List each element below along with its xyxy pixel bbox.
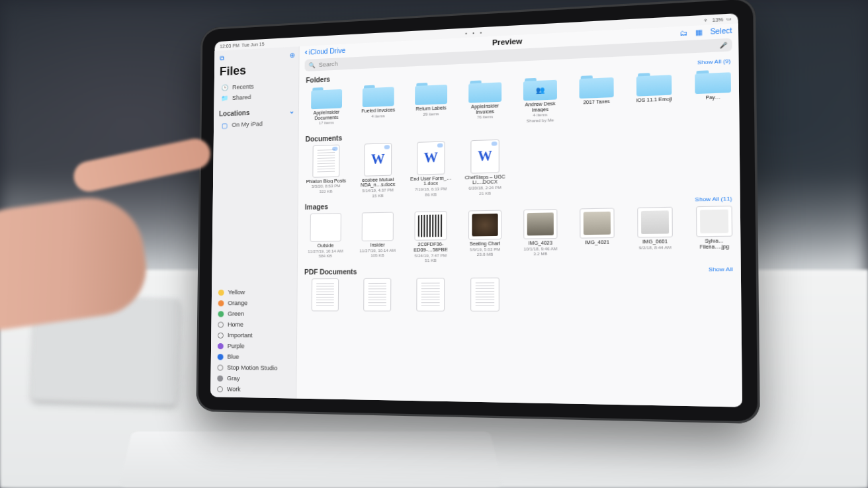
tag-circle-icon	[218, 321, 224, 327]
tag-label: Work	[227, 386, 241, 393]
tag-item[interactable]: Orange	[217, 298, 293, 308]
folder-item[interactable]: iOS 11.1 Emoji	[630, 70, 678, 120]
tag-item[interactable]: Work	[216, 384, 292, 395]
tag-circle-icon	[217, 364, 223, 370]
image-item[interactable]: IMG_06019/2/18, 8:44 AM	[631, 207, 679, 262]
tag-item[interactable]: Gray	[216, 373, 292, 385]
tag-item[interactable]: Purple	[216, 341, 292, 352]
folder-name: Return Labels	[415, 105, 446, 112]
folder-icon	[415, 81, 447, 105]
view-grid-icon[interactable]	[695, 28, 703, 36]
folder-meta: 29 items	[423, 112, 439, 117]
file-item[interactable]	[409, 278, 453, 311]
pdf-row	[304, 276, 742, 311]
back-button[interactable]: iCloud Drive	[305, 46, 345, 57]
tag-label: Gray	[227, 375, 239, 382]
sidebar-toggle-icon[interactable]	[220, 54, 224, 62]
image-item[interactable]: Outside11/27/19, 10:14 AM584 KB	[304, 213, 347, 264]
file-date: 3/3/20, 8:53 PM	[312, 184, 340, 189]
cloud-sync-icon	[384, 145, 390, 149]
file-item[interactable]: ecobee Mutual NDA_n…s.docx5/14/19, 4:37 …	[357, 142, 400, 198]
folder-meta: 76 items	[477, 115, 494, 120]
folder-item[interactable]: 👥Andrew Desk Images4 itemsShared by Me	[517, 75, 563, 124]
folders-show-all[interactable]: Show All (9)	[697, 58, 731, 65]
clock-icon	[220, 84, 228, 91]
image-item[interactable]: IMG_402310/1/18, 9:46 AM3.2 MB	[517, 209, 563, 263]
folder-name: Pay…	[705, 95, 720, 101]
image-item[interactable]: 2C0FDF36-ED09-…58FBE5/24/19, 7:47 PM51 K…	[409, 211, 453, 263]
tag-dot-icon	[218, 300, 224, 306]
folder-meta: Shared by Me	[527, 118, 554, 123]
sidebar-label: On My iPad	[232, 120, 262, 128]
pdf-show-all[interactable]: Show All	[709, 266, 733, 272]
text-doc-icon	[312, 144, 339, 177]
hand-photo	[0, 101, 238, 337]
tag-label: Stop Motion Studio	[227, 364, 277, 372]
tag-circle-icon	[217, 386, 223, 391]
folder-item[interactable]: AppleInsider Documents17 items	[306, 85, 348, 131]
file-name: End User Form_…1.docx	[409, 175, 453, 187]
folder-item[interactable]: AppleInsider Invoices76 items	[463, 78, 507, 126]
file-size: 105 KB	[370, 254, 384, 259]
file-item[interactable]	[462, 277, 507, 311]
cloud-sync-icon	[332, 146, 337, 150]
images-show-all[interactable]: Show All (11)	[695, 196, 732, 203]
file-size: 23.8 MB	[477, 253, 493, 257]
wifi-icon: ᯤ	[704, 17, 709, 22]
image-thumbnail	[696, 206, 732, 237]
file-name: Insider	[370, 243, 385, 248]
new-item-icon[interactable]	[290, 51, 295, 58]
file-date: 11/27/19, 10:14 AM	[359, 248, 395, 253]
folder-item[interactable]: 2017 Taxes	[573, 73, 620, 122]
shared-badge-icon: 👥	[536, 85, 544, 93]
folder-item[interactable]: Pay…	[689, 67, 738, 118]
file-date: 10/1/18, 9:46 AM	[524, 247, 558, 252]
tag-item[interactable]: Important	[216, 330, 292, 341]
folder-icon	[363, 83, 394, 107]
folder-name: Andrew Desk Images	[517, 101, 563, 113]
folder-meta: 4 items	[372, 114, 385, 119]
locations-header[interactable]: Locations ⌄	[219, 107, 294, 118]
tag-label: Important	[228, 332, 253, 339]
tag-item[interactable]: Stop Motion Studio	[216, 362, 292, 374]
tag-label: Green	[228, 310, 244, 317]
tag-item[interactable]: Home	[216, 319, 292, 331]
tag-label: Home	[228, 321, 243, 328]
file-size: 86 KB	[425, 192, 436, 197]
file-date: 5/14/19, 4:37 PM	[362, 188, 394, 193]
main-panel: iCloud Drive Preview Select Search	[296, 23, 742, 407]
sidebar-label: Recents	[232, 83, 254, 91]
select-button[interactable]: Select	[710, 26, 732, 36]
image-item[interactable]: Sylva… Filena….jpg	[690, 206, 740, 261]
file-item[interactable]: Phiaton Blog Posts3/3/20, 8:53 PM322 KB	[305, 144, 347, 200]
ipad-icon	[220, 122, 228, 128]
ipad-device: 12:03 PM Tue Jun 15 • • • ᯤ 13% ▭ Files	[196, 0, 760, 424]
tag-item[interactable]: Blue	[216, 351, 292, 363]
microphone-icon[interactable]	[720, 41, 728, 49]
file-date: 6/20/18, 2:24 PM	[468, 185, 501, 190]
image-thumbnail	[580, 208, 615, 239]
cloud-sync-icon	[492, 142, 498, 146]
tag-circle-icon	[218, 332, 224, 338]
image-item[interactable]: Insider11/27/19, 10:14 AM105 KB	[356, 212, 399, 264]
image-item[interactable]: Seating Chart5/9/19, 5:02 PM23.8 MB	[462, 210, 507, 263]
new-folder-icon[interactable]	[680, 28, 688, 37]
file-item[interactable]	[304, 278, 347, 311]
image-item[interactable]: IMG_4021	[574, 208, 621, 262]
shared-folder-icon	[220, 95, 228, 101]
chevron-left-icon	[305, 48, 308, 57]
folder-item[interactable]: Return Labels29 items	[410, 80, 453, 128]
folder-icon	[468, 78, 501, 103]
file-item[interactable]: ChefSteps – UGC Li….DOCX6/20/18, 2:24 PM…	[462, 139, 507, 196]
file-item[interactable]: End User Form_…1.docx7/19/18, 6:13 PM86 …	[409, 141, 453, 198]
sidebar-title: Files	[220, 61, 295, 79]
folder-item[interactable]: Fueled Invoices4 items	[357, 83, 400, 130]
image-thumbnail	[637, 207, 673, 238]
folder-icon	[579, 73, 613, 99]
file-size: 15 KB	[372, 193, 383, 198]
file-date: 9/2/18, 8:44 AM	[639, 245, 672, 251]
file-item[interactable]	[356, 278, 399, 311]
tag-item[interactable]: Green	[216, 308, 292, 319]
file-name: Sylva… Filena….jpg	[690, 238, 739, 250]
battery-label: 13%	[713, 17, 724, 22]
